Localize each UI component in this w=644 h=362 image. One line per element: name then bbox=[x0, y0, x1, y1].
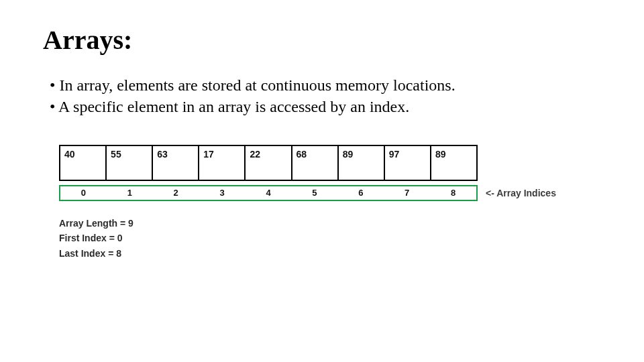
array-index: 4 bbox=[246, 186, 292, 200]
array-indices-row: 0 1 2 3 4 5 6 7 8 bbox=[59, 185, 478, 201]
bullet-text: In array, elements are stored at continu… bbox=[59, 76, 455, 94]
array-cell: 89 bbox=[339, 146, 385, 180]
bullet-item: • In array, elements are stored at conti… bbox=[50, 74, 601, 96]
meta-last: Last Index = 8 bbox=[59, 246, 601, 261]
bullet-item: • A specific element in an array is acce… bbox=[50, 96, 601, 117]
bullet-list: • In array, elements are stored at conti… bbox=[50, 74, 601, 118]
array-diagram: 40 55 63 17 22 68 89 97 89 0 1 2 3 4 5 6… bbox=[59, 145, 601, 261]
slide: Arrays: • In array, elements are stored … bbox=[0, 0, 644, 362]
array-index: 3 bbox=[199, 186, 246, 200]
bullet-text: A specific element in an array is access… bbox=[58, 98, 409, 115]
array-meta: Array Length = 9 First Index = 0 Last In… bbox=[59, 216, 601, 261]
meta-first: First Index = 0 bbox=[59, 231, 601, 245]
array-cell: 89 bbox=[431, 146, 476, 180]
array-values-row: 40 55 63 17 22 68 89 97 89 bbox=[59, 145, 478, 181]
page-title: Arrays: bbox=[43, 24, 601, 56]
array-index: 5 bbox=[291, 186, 337, 200]
array-index: 1 bbox=[107, 186, 153, 200]
array-cell: 55 bbox=[107, 146, 153, 180]
array-index: 6 bbox=[337, 186, 384, 200]
array-cell: 22 bbox=[246, 146, 292, 180]
array-index: 0 bbox=[60, 186, 107, 200]
array-cell: 68 bbox=[292, 146, 339, 180]
array-index: 8 bbox=[430, 186, 476, 200]
array-cell: 97 bbox=[385, 146, 431, 180]
meta-length: Array Length = 9 bbox=[59, 216, 601, 231]
array-indices-wrap: 0 1 2 3 4 5 6 7 8 <- Array Indices bbox=[59, 185, 601, 201]
array-cell: 63 bbox=[153, 146, 199, 180]
array-index: 2 bbox=[153, 186, 199, 200]
array-cell: 17 bbox=[199, 146, 246, 180]
array-index: 7 bbox=[384, 186, 430, 200]
array-cell: 40 bbox=[60, 146, 107, 180]
indices-label: <- Array Indices bbox=[486, 188, 556, 198]
